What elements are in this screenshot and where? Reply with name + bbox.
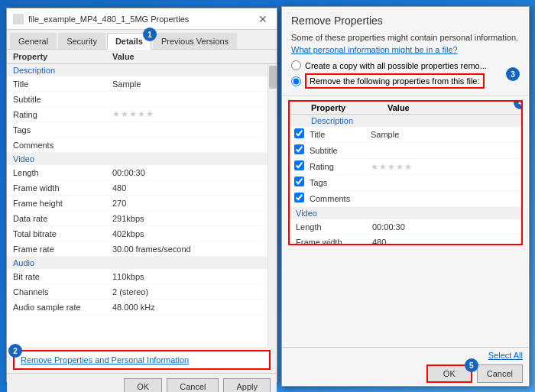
right-row-subtitle: Subtitle — [290, 143, 521, 159]
radio-option1-row: Create a copy with all possible properti… — [291, 60, 520, 70]
property-table: Description Title Sample Subtitle Rating… — [7, 64, 277, 347]
right-desc: Some of these properties might contain p… — [291, 33, 520, 42]
row-bit-rate: Bit rate 110kbps — [7, 269, 277, 284]
right-section-video: Video — [290, 207, 521, 219]
row-frame-rate: Frame rate 30.00 frames/second — [7, 241, 277, 257]
row-rating: Rating ★★★★★ — [7, 107, 277, 122]
right-ok-button[interactable]: OK 5 — [426, 364, 472, 383]
right-video-length: Length 00:00:30 — [290, 219, 521, 235]
row-sample-rate: Audio sample rate 48.000 kHz — [7, 300, 277, 315]
checkbox-tags[interactable] — [294, 177, 304, 186]
right-header-property: Property — [311, 103, 387, 112]
checkbox-rating[interactable] — [294, 160, 304, 170]
badge-5: 5 — [465, 358, 478, 372]
table-header: Property Value — [7, 50, 277, 64]
radio-remove-label: Remove the following properties from thi… — [305, 73, 485, 89]
right-property-table: 4 Property Value Description Title Sampl… — [288, 100, 523, 245]
scrollbar-thumb[interactable] — [269, 66, 277, 89]
section-audio: Audio — [7, 257, 277, 269]
row-data-rate: Data rate 291kbps — [7, 211, 277, 226]
radio-option2-row: Remove the following properties from thi… — [291, 73, 520, 89]
tab-general[interactable]: General — [10, 33, 57, 49]
rating-stars: ★★★★★ — [112, 109, 154, 118]
right-cancel-button[interactable]: Cancel — [477, 364, 523, 383]
left-properties-window: file_example_MP4_480_1_5MG Properties ✕ … — [6, 8, 277, 382]
remove-link[interactable]: Remove Properties and Personal Informati… — [21, 355, 189, 364]
header-value: Value — [112, 52, 271, 61]
checkbox-comments[interactable] — [294, 193, 304, 202]
radio-copy[interactable] — [291, 60, 301, 70]
section-description: Description — [7, 64, 277, 76]
remove-properties-window: Remove Properties Some of these properti… — [281, 6, 530, 387]
radio-copy-label: Create a copy with all possible properti… — [305, 61, 487, 70]
badge-2: 2 — [8, 344, 22, 358]
titlebar: file_example_MP4_480_1_5MG Properties ✕ — [7, 8, 277, 30]
right-title: Remove Properties — [291, 15, 520, 27]
row-title: Title Sample — [7, 76, 277, 92]
right-bottom: Select All OK 5 Cancel — [282, 347, 529, 386]
tab-bar: General Security Details 1 Previous Vers… — [7, 30, 277, 50]
right-video-fw: Frame width 480 — [290, 235, 521, 245]
row-channels: Channels 2 (stereo) — [7, 284, 277, 300]
right-table-header: Property Value — [290, 102, 521, 115]
checkbox-title[interactable] — [294, 128, 304, 138]
close-button[interactable]: ✕ — [255, 11, 271, 27]
right-row-title: Title Sample — [290, 127, 521, 143]
tab-previous-versions[interactable]: Previous Versions — [153, 33, 237, 49]
checkbox-subtitle[interactable] — [294, 144, 304, 154]
ok-button[interactable]: OK — [124, 378, 162, 392]
right-row-rating: Rating ★★★★★ — [290, 159, 521, 175]
bottom-buttons: OK Cancel Apply — [7, 373, 277, 392]
right-action-buttons: OK 5 Cancel — [282, 361, 529, 386]
row-total-bitrate: Total bitrate 402kbps — [7, 226, 277, 241]
right-section-description: Description — [290, 115, 521, 127]
remove-link-container: Remove Properties and Personal Informati… — [7, 350, 277, 370]
tab-security[interactable]: Security — [58, 33, 105, 49]
row-tags: Tags — [7, 122, 277, 138]
row-frame-width: Frame width 480 — [7, 180, 277, 196]
right-rating-stars: ★★★★★ — [371, 162, 413, 171]
cancel-button[interactable]: Cancel — [167, 378, 219, 392]
tab-details[interactable]: Details 1 — [107, 33, 151, 50]
apply-button[interactable]: Apply — [223, 378, 271, 392]
right-header-value: Value — [387, 103, 515, 112]
radio-remove[interactable] — [291, 76, 301, 86]
row-frame-height: Frame height 270 — [7, 196, 277, 211]
select-all-row: Select All — [282, 348, 529, 361]
right-header: Remove Properties Some of these properti… — [282, 7, 529, 96]
row-comments: Comments — [7, 138, 277, 153]
right-row-tags: Tags — [290, 175, 521, 191]
badge-1: 1 — [143, 28, 157, 41]
window-title: file_example_MP4_480_1_5MG Properties — [28, 15, 255, 24]
window-icon — [13, 14, 24, 24]
row-subtitle: Subtitle — [7, 92, 277, 107]
row-length: Length 00:00:30 — [7, 165, 277, 180]
badge-3: 3 — [506, 67, 520, 81]
right-row-comments: Comments — [290, 191, 521, 207]
scrollbar[interactable] — [268, 64, 277, 347]
personal-info-link[interactable]: What personal information might be in a … — [291, 45, 520, 54]
select-all-button[interactable]: Select All — [488, 351, 523, 360]
section-video: Video — [7, 153, 277, 165]
remove-link-box: Remove Properties and Personal Informati… — [13, 350, 271, 370]
header-property: Property — [13, 52, 112, 61]
